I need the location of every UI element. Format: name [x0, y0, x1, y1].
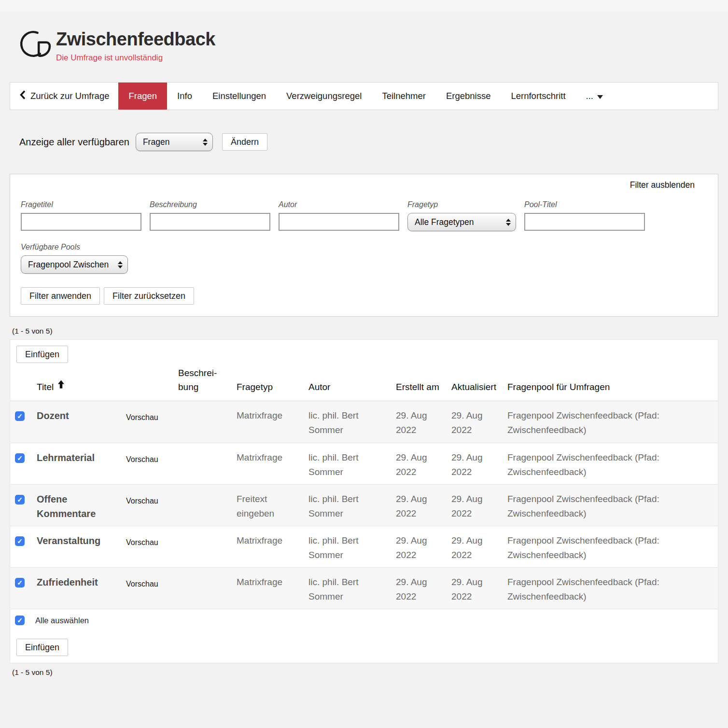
tab-lernfortschritt[interactable]: Lernfortschritt	[501, 83, 575, 110]
back-link-label: Zurück zur Umfrage	[30, 91, 109, 101]
question-type: Matrixfrage	[237, 533, 308, 567]
question-description	[178, 533, 237, 567]
filter-input-beschreibung[interactable]	[150, 213, 270, 231]
tab-ergebnisse[interactable]: Ergebnisse	[436, 83, 501, 110]
page-title: Zwischenfeedback	[56, 29, 215, 50]
pagination-top: (1 - 5 von 5)	[12, 327, 728, 336]
column-header-fragenpool: Fragenpool für Umfragen	[507, 380, 712, 394]
select-stepper-icon	[118, 261, 123, 268]
filter-label-autor: Autor	[279, 200, 399, 209]
table-body: Dozent Vorschau Matrixfrage lic. phil. B…	[10, 401, 718, 609]
tab-bar: Zurück zur Umfrage Fragen Info Einstellu…	[10, 82, 718, 110]
select-stepper-icon	[506, 219, 511, 226]
question-author: lic. phil. Bert Sommer	[308, 450, 396, 484]
filter-fields-row: Fragetitel Beschreibung Autor Fragetyp A…	[21, 200, 707, 231]
table-row-zufriedenheit: Zufriedenheit Vorschau Matrixfrage lic. …	[10, 567, 718, 609]
display-selector-row: Anzeige aller verfügbaren Fragen Ändern	[19, 133, 728, 151]
column-header-titel[interactable]: Titel	[37, 378, 126, 394]
insert-button-top[interactable]: Einfügen	[16, 346, 68, 363]
filter-input-pool-titel[interactable]	[524, 213, 645, 231]
pagination-bottom: (1 - 5 von 5)	[12, 668, 728, 677]
preview-link[interactable]: Vorschau	[126, 533, 178, 567]
filter-input-fragetitel[interactable]	[21, 213, 141, 231]
tab-einstellungen[interactable]: Einstellungen	[202, 83, 276, 110]
filter-input-autor[interactable]	[279, 213, 399, 231]
filter-label-beschreibung: Beschreibung	[150, 200, 270, 209]
row-checkbox[interactable]	[15, 453, 25, 463]
row-checkbox[interactable]	[15, 411, 25, 421]
window-top-band	[0, 0, 728, 12]
question-title: Zufriedenheit	[37, 575, 126, 609]
created-date: 29. Aug 2022	[396, 533, 451, 567]
row-checkbox[interactable]	[15, 536, 25, 546]
row-checkbox[interactable]	[15, 495, 25, 504]
back-to-survey-link[interactable]: Zurück zur Umfrage	[10, 83, 118, 110]
question-type: Matrixfrage	[237, 450, 308, 484]
filter-select-pools[interactable]: Fragenpool Zwischen	[21, 255, 128, 274]
column-header-beschreibung: Beschreibung	[178, 366, 237, 394]
question-type: Matrixfrage	[237, 575, 308, 609]
reset-filter-button[interactable]: Filter zurücksetzen	[104, 287, 194, 305]
table-row-offene-kommentare: Offene Kommentare Vorschau Freitext eing…	[10, 484, 718, 526]
tab-teilnehmer[interactable]: Teilnehmer	[372, 83, 436, 110]
updated-date: 29. Aug 2022	[451, 575, 507, 609]
preview-link[interactable]: Vorschau	[126, 408, 178, 443]
filter-label-pools: Verfügbare Pools	[21, 243, 707, 252]
created-date: 29. Aug 2022	[396, 492, 451, 526]
preview-link[interactable]: Vorschau	[126, 492, 178, 526]
question-description	[178, 575, 237, 609]
filter-label-fragetitel: Fragetitel	[21, 200, 141, 209]
sort-ascending-icon	[57, 378, 65, 392]
select-stepper-icon	[203, 139, 208, 146]
page-header: Zwischenfeedback Die Umfrage ist unvolls…	[0, 12, 728, 82]
table-row-veranstaltung: Veranstaltung Vorschau Matrixfrage lic. …	[10, 526, 718, 567]
preview-link[interactable]: Vorschau	[126, 450, 178, 484]
filter-panel: Filter ausblenden Fragetitel Beschreibun…	[10, 174, 718, 317]
titel-header-label: Titel	[37, 380, 54, 394]
question-description	[178, 450, 237, 484]
question-title: Lehrmaterial	[37, 450, 126, 484]
tab-verzweigungsregel[interactable]: Verzweigungsregel	[276, 83, 372, 110]
question-author: lic. phil. Bert Sommer	[308, 575, 396, 609]
tab-fragen[interactable]: Fragen	[118, 83, 167, 110]
display-selector-label: Anzeige aller verfügbaren	[19, 137, 129, 148]
select-all-label: Alle auswählen	[35, 616, 89, 625]
table-row-dozent: Dozent Vorschau Matrixfrage lic. phil. B…	[10, 401, 718, 443]
question-pool: Fragenpool Zwischenfeedback (Pfad: Zwisc…	[507, 450, 712, 484]
preview-link[interactable]: Vorschau	[126, 575, 178, 609]
question-pool: Fragenpool Zwischenfeedback (Pfad: Zwisc…	[507, 533, 712, 567]
question-pool: Fragenpool Zwischenfeedback (Pfad: Zwisc…	[507, 575, 712, 609]
tab-more-menu[interactable]: ...	[576, 83, 613, 110]
question-pool: Fragenpool Zwischenfeedback (Pfad: Zwisc…	[507, 408, 712, 443]
table-header-row: Titel Beschreibung Fragetyp Autor Erstel…	[10, 366, 718, 401]
row-checkbox[interactable]	[15, 578, 25, 588]
column-header-autor: Autor	[308, 380, 396, 394]
change-button[interactable]: Ändern	[222, 133, 267, 151]
filter-label-fragetyp: Fragetyp	[407, 200, 516, 209]
created-date: 29. Aug 2022	[396, 575, 451, 609]
fragetyp-select-value: Alle Fragetypen	[415, 217, 474, 227]
select-all-checkbox[interactable]	[15, 616, 25, 625]
updated-date: 29. Aug 2022	[451, 450, 507, 484]
select-all-row: Alle auswählen	[10, 609, 718, 631]
survey-object-icon	[19, 29, 51, 61]
filter-select-fragetyp[interactable]: Alle Fragetypen	[407, 213, 516, 231]
question-type: Matrixfrage	[237, 408, 308, 443]
question-author: lic. phil. Bert Sommer	[308, 492, 396, 526]
created-date: 29. Aug 2022	[396, 450, 451, 484]
apply-filter-button[interactable]: Filter anwenden	[21, 287, 100, 305]
display-mode-select[interactable]: Fragen	[136, 133, 213, 151]
question-author: lic. phil. Bert Sommer	[308, 408, 396, 443]
display-mode-value: Fragen	[143, 137, 169, 147]
updated-date: 29. Aug 2022	[451, 492, 507, 526]
insert-button-bottom[interactable]: Einfügen	[16, 639, 68, 656]
caret-down-icon	[597, 95, 603, 99]
tab-info[interactable]: Info	[167, 83, 202, 110]
column-header-aktualisiert: Aktualisiert	[451, 380, 507, 394]
table-row-lehrmaterial: Lehrmaterial Vorschau Matrixfrage lic. p…	[10, 443, 718, 484]
hide-filter-link[interactable]: Filter ausblenden	[630, 180, 695, 190]
updated-date: 29. Aug 2022	[451, 533, 507, 567]
column-header-fragetyp: Fragetyp	[237, 380, 308, 394]
pools-select-value: Fragenpool Zwischen	[28, 260, 109, 270]
question-title: Dozent	[37, 408, 126, 443]
